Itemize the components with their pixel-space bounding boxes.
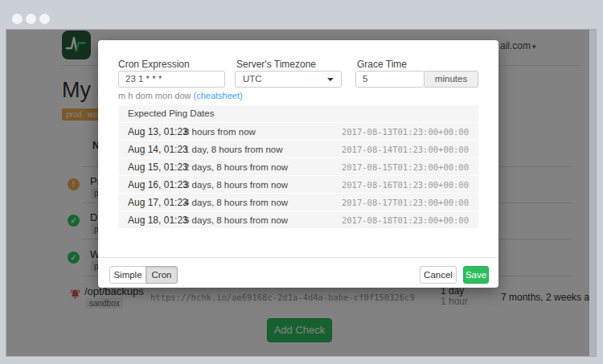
ping-iso: 2017-08-18T01:23:00+00:00 [342,215,478,225]
window-dot-icon [39,14,50,24]
window-dot-icon [12,14,23,24]
ping-iso: 2017-08-15T01:23:00+00:00 [342,162,478,172]
ping-iso: 2017-08-14T01:23:00+00:00 [342,145,478,154]
scrollbar[interactable] [589,30,596,356]
ping-date: Aug 18, 01:23 [118,215,184,226]
simple-mode-button[interactable]: Simple [109,266,146,284]
ping-row: Aug 17, 01:23 4 days, 8 hours from now 2… [118,193,478,211]
expected-ping-dates-table: Expected Ping Dates Aug 13, 01:23 8 hour… [118,105,478,228]
cron-settings-modal: Cron Expression Server's Timezone Grace … [98,40,498,288]
ping-date: Aug 14, 01:23 [118,144,184,155]
grace-time-input[interactable]: 5 [355,71,425,88]
cheatsheet-link[interactable]: (cheatsheet) [194,91,243,100]
cron-hint: m h dom mon dow (cheatsheet) [118,91,243,100]
ping-relative: 3 days, 8 hours from now [184,180,342,190]
timezone-select[interactable]: UTC [235,71,342,88]
ping-relative: 8 hours from now [184,127,342,137]
ping-iso: 2017-08-16T01:23:00+00:00 [342,180,478,190]
cron-mode-button[interactable]: Cron [146,266,178,284]
divider [98,257,498,258]
ping-date: Aug 16, 01:23 [118,179,184,190]
grace-time-label: Grace Time [357,59,407,70]
ping-row: Aug 13, 01:23 8 hours from now 2017-08-1… [118,122,478,140]
ping-row: Aug 15, 01:23 2 days, 8 hours from now 2… [118,157,478,175]
ping-row: Aug 18, 01:23 5 days, 8 hours from now 2… [118,211,478,228]
ping-date: Aug 15, 01:23 [118,162,184,173]
browser-frame: ail.com▾ My Checks prod work Name ! Pr p… [0,0,603,364]
cron-expression-input[interactable]: 23 1 * * * [118,71,225,88]
window-dot-icon [26,14,36,24]
cron-expression-label: Cron Expression [118,59,190,70]
save-button[interactable]: Save [463,266,489,284]
ping-date: Aug 17, 01:23 [118,197,184,208]
ping-row: Aug 16, 01:23 3 days, 8 hours from now 2… [118,175,478,193]
ping-iso: 2017-08-13T01:23:00+00:00 [342,127,478,137]
grace-unit-addon: minutes [425,71,478,88]
ping-table-header: Expected Ping Dates [118,105,478,122]
ping-iso: 2017-08-17T01:23:00+00:00 [342,198,478,207]
ping-relative: 5 days, 8 hours from now [184,215,342,225]
ping-relative: 2 days, 8 hours from now [184,162,342,172]
ping-row: Aug 14, 01:23 1 day, 8 hours from now 20… [118,140,478,157]
timezone-value: UTC [243,74,262,84]
ping-relative: 1 day, 8 hours from now [184,145,342,154]
ping-date: Aug 13, 01:23 [118,126,184,137]
cancel-button[interactable]: Cancel [420,266,457,284]
caret-down-icon [327,78,334,81]
ping-relative: 4 days, 8 hours from now [184,198,342,207]
cron-hint-text: m h dom mon dow [118,91,194,100]
timezone-label: Server's Timezone [236,59,316,70]
